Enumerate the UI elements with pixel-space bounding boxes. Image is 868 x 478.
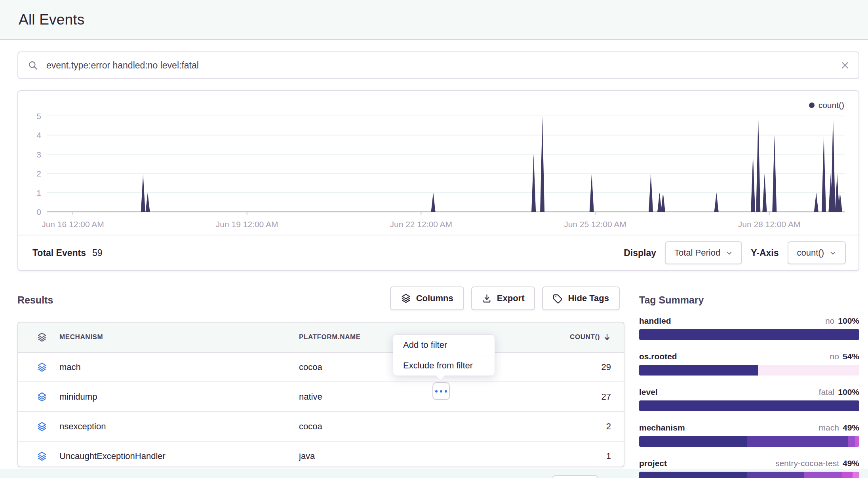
export-button[interactable]: Export bbox=[471, 286, 535, 310]
events-area-chart: 012345Jun 16 12:00 AMJun 19 12:00 AMJun … bbox=[18, 91, 858, 235]
mechanism-cell[interactable]: UncaughtExceptionHandler bbox=[59, 451, 299, 461]
tag-percentage: 100% bbox=[838, 316, 859, 325]
tag-distribution-bar[interactable] bbox=[639, 472, 859, 478]
chart-legend[interactable]: count() bbox=[809, 101, 844, 110]
pagination-button[interactable] bbox=[552, 475, 598, 478]
columns-button[interactable]: Columns bbox=[390, 286, 464, 310]
tag-bar-segment[interactable] bbox=[639, 436, 747, 447]
hide-tags-button[interactable]: Hide Tags bbox=[542, 286, 620, 310]
page-title: All Events bbox=[19, 11, 85, 28]
search-icon bbox=[28, 60, 38, 71]
tag-bar-segment[interactable] bbox=[639, 400, 859, 411]
platform-cell[interactable]: native bbox=[299, 392, 544, 402]
yaxis-select[interactable]: count() bbox=[788, 241, 846, 264]
data-spike bbox=[540, 116, 544, 212]
tag-distribution-bar[interactable] bbox=[639, 400, 859, 411]
data-spike bbox=[146, 193, 150, 212]
display-select[interactable]: Total Period bbox=[665, 241, 742, 264]
y-axis-tick-label: 3 bbox=[36, 150, 41, 159]
layers-icon bbox=[401, 293, 411, 303]
tag-name: mechanism bbox=[639, 423, 685, 432]
tag-percentage: 54% bbox=[843, 352, 859, 361]
column-header-mechanism[interactable]: MECHANISM bbox=[59, 333, 299, 341]
layers-icon bbox=[18, 392, 59, 402]
tag-bar-segment[interactable] bbox=[842, 472, 853, 478]
tag-label-row: mechanismmach49% bbox=[639, 423, 859, 432]
y-axis-tick-label: 0 bbox=[36, 207, 41, 216]
mechanism-cell[interactable]: minidump bbox=[59, 392, 299, 402]
tag-label-row: handledno100% bbox=[639, 316, 859, 326]
chart-footer: Total Events 59 Display Total Period Y-A… bbox=[18, 235, 858, 270]
data-spike bbox=[661, 193, 665, 212]
tag-bar-segment[interactable] bbox=[804, 472, 842, 478]
tag-distribution-bar[interactable] bbox=[639, 329, 859, 340]
tag-summary: Tag Summary handledno100%os.rootedno54%l… bbox=[639, 294, 859, 478]
data-spike bbox=[751, 154, 755, 212]
tag-group-project: projectsentry-cocoa-test49% bbox=[639, 459, 859, 478]
tag-bar-segment[interactable] bbox=[855, 436, 859, 447]
tag-percentage: 49% bbox=[843, 423, 859, 432]
layers-icon bbox=[18, 421, 59, 432]
tag-bar-segment[interactable] bbox=[747, 436, 848, 447]
x-axis-tick-label: Jun 16 12:00 AM bbox=[42, 220, 104, 229]
chart-controls: Display Total Period Y-Axis count() bbox=[624, 241, 846, 264]
chevron-down-icon bbox=[726, 250, 733, 256]
clear-search-icon[interactable] bbox=[840, 61, 850, 70]
page-root: All Events count() 012345Jun 16 12:00 AM… bbox=[0, 0, 868, 478]
legend-dot-icon bbox=[809, 102, 815, 108]
count-cell[interactable]: 2 bbox=[544, 421, 624, 432]
count-cell[interactable]: 29 bbox=[544, 362, 624, 372]
tag-bar-segment[interactable] bbox=[639, 365, 758, 376]
results-table: MECHANISMPLATFORM.NAMECOUNT() machcocoa2… bbox=[17, 322, 624, 467]
data-spike bbox=[756, 116, 760, 212]
y-axis-tick-label: 2 bbox=[36, 169, 41, 178]
tag-top-value: mach49% bbox=[819, 423, 859, 432]
tag-bar-segment[interactable] bbox=[853, 472, 859, 478]
platform-cell[interactable]: java bbox=[299, 451, 544, 461]
platform-cell[interactable]: cocoa bbox=[299, 421, 544, 432]
y-axis-tick-label: 5 bbox=[36, 112, 41, 121]
row-actions-button[interactable] bbox=[432, 382, 450, 400]
button-label: Columns bbox=[416, 293, 453, 303]
mechanism-cell[interactable]: mach bbox=[59, 362, 299, 372]
button-label: Export bbox=[497, 293, 525, 303]
column-label: MECHANISM bbox=[59, 333, 103, 341]
tag-bar-segment[interactable] bbox=[747, 472, 804, 478]
x-axis-tick-label: Jun 22 12:00 AM bbox=[390, 220, 452, 229]
mechanism-cell[interactable]: nsexception bbox=[59, 421, 299, 432]
tag-bar-segment[interactable] bbox=[639, 472, 747, 478]
display-label: Display bbox=[624, 248, 656, 258]
events-chart-panel: count() 012345Jun 16 12:00 AMJun 19 12:0… bbox=[17, 90, 859, 271]
tag-group-os.rooted: os.rootedno54% bbox=[639, 352, 859, 376]
count-cell[interactable]: 27 bbox=[544, 392, 624, 402]
tag-value-label: sentry-cocoa-test bbox=[775, 459, 839, 468]
menu-item-add-to-filter[interactable]: Add to filter bbox=[393, 335, 495, 355]
menu-item-exclude-from-filter[interactable]: Exclude from filter bbox=[393, 355, 495, 376]
tag-top-value: fatal100% bbox=[819, 387, 859, 397]
data-spike bbox=[531, 154, 536, 212]
tag-bar-segment[interactable] bbox=[848, 436, 855, 447]
tag-group-mechanism: mechanismmach49% bbox=[639, 423, 859, 447]
search-bar[interactable] bbox=[17, 51, 859, 79]
tag-group-handled: handledno100% bbox=[639, 316, 859, 340]
column-label: PLATFORM.NAME bbox=[299, 333, 361, 341]
sort-descending-icon bbox=[603, 333, 611, 341]
search-input[interactable] bbox=[46, 60, 840, 71]
tag-name: os.rooted bbox=[639, 352, 677, 361]
total-events-value: 59 bbox=[92, 248, 103, 258]
data-spike bbox=[714, 193, 719, 212]
layers-icon bbox=[18, 362, 59, 372]
y-axis-tick-label: 4 bbox=[36, 131, 41, 140]
total-events-label: Total Events bbox=[32, 248, 86, 258]
tag-name: handled bbox=[639, 316, 671, 326]
tag-bar-segment[interactable] bbox=[639, 329, 859, 340]
column-header-count[interactable]: COUNT() bbox=[544, 333, 624, 341]
results-toolbar: Columns Export Hide Tags bbox=[390, 286, 620, 310]
tag-list: handledno100%os.rootedno54%levelfatal100… bbox=[639, 316, 859, 478]
tag-value-label: no bbox=[830, 352, 839, 361]
tag-distribution-bar[interactable] bbox=[639, 365, 859, 376]
header-layers-icon bbox=[18, 332, 59, 342]
total-events: Total Events 59 bbox=[32, 248, 103, 258]
count-cell[interactable]: 1 bbox=[544, 451, 624, 461]
tag-distribution-bar[interactable] bbox=[639, 436, 859, 447]
